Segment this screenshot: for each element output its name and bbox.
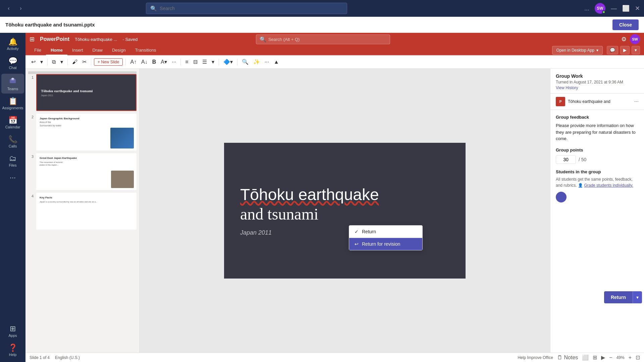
tab-transitions[interactable]: Transitions bbox=[130, 46, 161, 55]
sidebar-item-calls[interactable]: 📞 Calls bbox=[1, 133, 24, 151]
status-bar-right: Help Improve Office 🗒 Notes ⬜ ⊞ ▶ − 49% … bbox=[518, 354, 640, 361]
more-ribbon-button[interactable]: ▾ bbox=[632, 46, 640, 54]
slide-sorter-button[interactable]: ⊞ bbox=[593, 354, 597, 361]
right-panel: Group Work Turned in August 17, 2021 at … bbox=[550, 69, 644, 353]
more-font-button[interactable]: ··· bbox=[170, 58, 178, 66]
find-button[interactable]: 🔍 bbox=[240, 58, 250, 66]
sidebar-item-apps[interactable]: ⊞ Apps bbox=[1, 322, 24, 340]
fit-slide-button[interactable]: ⊡ bbox=[636, 354, 640, 361]
design-ideas-button[interactable]: ✨ bbox=[252, 58, 262, 66]
right-panel-body: Group feedback Please provide more infor… bbox=[550, 110, 644, 353]
dropdown-return-for-revision[interactable]: ↩ Return for revision bbox=[349, 238, 422, 250]
ribbon-actions: ⚙ SW bbox=[621, 34, 640, 44]
sidebar-item-calendar[interactable]: 📅 Calendar bbox=[1, 114, 24, 132]
students-label: Students in the group bbox=[556, 169, 639, 174]
new-slide-button[interactable]: + New Slide bbox=[94, 58, 123, 66]
more-tools-button[interactable]: ··· bbox=[263, 58, 271, 66]
search-bar[interactable]: 🔍 bbox=[146, 3, 347, 14]
tab-design[interactable]: Design bbox=[107, 46, 130, 55]
zoom-out-button[interactable]: − bbox=[609, 355, 612, 361]
svg-point-2 bbox=[12, 78, 14, 80]
avatar[interactable]: SW bbox=[595, 3, 605, 14]
comment-button[interactable]: 💬 bbox=[607, 46, 618, 54]
zoom-in-button[interactable]: + bbox=[629, 355, 632, 361]
slide-thumb-4[interactable]: 4 Key Facts Japan is a country surrounde… bbox=[28, 193, 137, 230]
slide-image-4[interactable]: Key Facts Japan is a country surrounded … bbox=[36, 193, 137, 230]
return-dropdown: ✓ Return ↩ Return for revision bbox=[349, 225, 423, 250]
return-dropdown-button[interactable]: ▾ bbox=[633, 291, 642, 303]
sidebar-item-more[interactable]: ··· bbox=[1, 171, 24, 184]
undo-button[interactable]: ↩ bbox=[30, 58, 37, 66]
sidebar-item-label: Teams bbox=[7, 87, 18, 91]
slide1-subtitle: Japan 2011 bbox=[41, 94, 132, 97]
open-desktop-button[interactable]: Open in Desktop App ▾ bbox=[552, 46, 603, 55]
font-increase-button[interactable]: A↑ bbox=[128, 58, 138, 66]
tab-draw[interactable]: Draw bbox=[88, 46, 107, 55]
tab-home[interactable]: Home bbox=[46, 46, 67, 55]
minimize-button[interactable]: — bbox=[611, 5, 617, 12]
tab-file[interactable]: File bbox=[30, 46, 46, 55]
grade-individually-link[interactable]: Grade students individually. bbox=[584, 183, 633, 188]
forward-button[interactable]: › bbox=[16, 4, 25, 13]
points-input[interactable] bbox=[556, 155, 576, 164]
sidebar-item-assignments[interactable]: 📋 Assignments bbox=[1, 95, 24, 113]
align-button[interactable]: ☰ bbox=[201, 58, 209, 66]
ribbon-tools: ↩ ▾ ⧉ ▾ 🖌 ✂ + New Slide A↑ A↓ B A▾ ··· bbox=[25, 55, 644, 69]
cut-button[interactable]: ✂ bbox=[80, 58, 88, 66]
slide-image-2[interactable]: Japan Geographic Background Area of theS… bbox=[36, 114, 137, 150]
numbering-button[interactable]: ⊟ bbox=[192, 58, 199, 66]
align-arrow-button[interactable]: ▾ bbox=[210, 58, 216, 66]
slide-image-3[interactable]: Great East Japan Earthquake The movement… bbox=[36, 153, 137, 190]
close-window-button[interactable]: ✕ bbox=[635, 5, 640, 12]
normal-view-button[interactable]: ⬜ bbox=[582, 354, 589, 361]
font-decrease-button[interactable]: A↓ bbox=[140, 58, 149, 66]
slide-thumb-3[interactable]: 3 Great East Japan Earthquake The moveme… bbox=[28, 153, 137, 190]
return-button[interactable]: Return bbox=[604, 291, 633, 303]
sidebar-item-help[interactable]: ❓ Help bbox=[1, 342, 24, 359]
bullets-button[interactable]: ≡ bbox=[183, 58, 190, 66]
slide-canvas[interactable]: Tōhoku earthquakeand tsunami Japan 2011 bbox=[224, 143, 466, 279]
sidebar-item-activity[interactable]: 🔔 Activity bbox=[1, 36, 24, 53]
font-color-button[interactable]: A▾ bbox=[159, 58, 169, 66]
collapse-ribbon-button[interactable]: ▲ bbox=[272, 58, 281, 66]
sidebar: 🔔 Activity 💬 Chat Teams 📋 Assignments 📅 … bbox=[0, 33, 25, 362]
slide4-title: Key Facts bbox=[40, 196, 133, 199]
notes-button[interactable]: 🗒 Notes bbox=[557, 355, 578, 361]
more-icon: ··· bbox=[10, 174, 16, 181]
present-button[interactable]: ▶ bbox=[620, 46, 630, 54]
return-label: Return bbox=[362, 229, 376, 234]
settings-icon[interactable]: ⚙ bbox=[621, 36, 627, 43]
slide-thumb-2[interactable]: 2 Japan Geographic Background Area of th… bbox=[28, 114, 137, 150]
ribbon-search-input[interactable] bbox=[268, 37, 386, 42]
copy-button[interactable]: ⧉ bbox=[50, 58, 57, 66]
shape-fill-button[interactable]: 🔷▾ bbox=[222, 58, 234, 66]
bold-button[interactable]: B bbox=[151, 58, 158, 66]
ribbon-search[interactable]: 🔍 bbox=[256, 35, 390, 44]
format-painter-button[interactable]: 🖌 bbox=[70, 58, 79, 66]
group-work-label: Group Work bbox=[556, 73, 639, 79]
maximize-button[interactable]: ⬜ bbox=[622, 5, 630, 12]
dropdown-return[interactable]: ✓ Return bbox=[349, 226, 422, 238]
back-button[interactable]: ‹ bbox=[4, 4, 13, 13]
sidebar-item-teams[interactable]: Teams bbox=[1, 74, 24, 94]
present-view-button[interactable]: ▶ bbox=[601, 354, 605, 361]
copy-arrow-button[interactable]: ▾ bbox=[59, 58, 65, 66]
file-more-button[interactable]: ··· bbox=[634, 99, 639, 105]
points-label: Group points bbox=[556, 147, 639, 153]
close-button[interactable]: Close bbox=[612, 19, 639, 30]
search-icon: 🔍 bbox=[260, 36, 266, 43]
sidebar-item-chat[interactable]: 💬 Chat bbox=[1, 55, 24, 72]
more-options-button[interactable]: ... bbox=[584, 5, 589, 12]
view-history-link[interactable]: View History bbox=[556, 85, 578, 90]
slide-thumb-1[interactable]: 1 Tōhoku earthquake and tsunami Japan 20… bbox=[28, 74, 137, 111]
slide-image-1[interactable]: Tōhoku earthquake and tsunami Japan 2011 bbox=[36, 74, 137, 111]
undo-arrow-button[interactable]: ▾ bbox=[39, 58, 45, 66]
sidebar-item-files[interactable]: 🗂 Files bbox=[1, 152, 24, 170]
slide-number: 2 bbox=[28, 114, 34, 119]
main-slide-title: Tōhoku earthquakeand tsunami bbox=[240, 185, 449, 224]
search-input[interactable] bbox=[160, 6, 343, 11]
ribbon-avatar[interactable]: SW bbox=[630, 34, 640, 44]
tab-insert[interactable]: Insert bbox=[67, 46, 88, 55]
grid-icon[interactable]: ⊞ bbox=[30, 36, 35, 43]
help-icon: ❓ bbox=[8, 344, 17, 352]
